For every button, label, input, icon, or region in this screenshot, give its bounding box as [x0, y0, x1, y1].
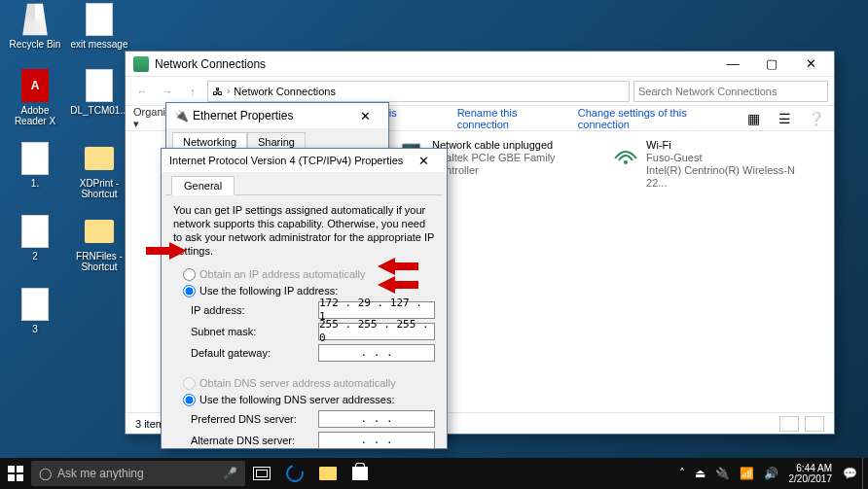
network-connections-icon — [133, 56, 149, 72]
chevron-right-icon: › — [227, 86, 230, 96]
svg-rect-6 — [8, 474, 15, 481]
start-button[interactable] — [0, 458, 31, 489]
title-bar[interactable]: 🔌 Ethernet Properties ✕ — [166, 103, 388, 128]
connection-wifi[interactable]: Wi-Fi Fuso-Guest Intel(R) Centrino(R) Wi… — [610, 139, 795, 190]
taskbar-clock[interactable]: 6:44 AM 2/20/2017 — [783, 463, 839, 484]
desktop-icon-xdprint-shortcut[interactable]: XDPrint - Shortcut — [70, 141, 128, 199]
radio-auto-dns[interactable]: Obtain DNS server address automatically — [183, 376, 435, 390]
subnet-mask-label: Subnet mask: — [191, 325, 318, 338]
desktop-icon-frnfiles-shortcut[interactable]: FRNFiles - Shortcut — [70, 214, 128, 272]
wifi-icon — [610, 139, 640, 168]
desktop-icon-label: 3 — [32, 324, 38, 334]
desktop-icon-label: exit message — [71, 39, 128, 50]
folder-icon — [319, 467, 337, 480]
close-button[interactable]: ✕ — [404, 149, 443, 172]
store-icon — [352, 467, 368, 480]
breadcrumb-item[interactable]: Network Connections — [234, 86, 336, 97]
view-list-icon[interactable]: ☰ — [774, 108, 795, 129]
desktop-icon-adobe-reader[interactable]: AAdobe Reader X — [6, 68, 64, 126]
svg-rect-7 — [17, 474, 23, 481]
minimize-button[interactable]: — — [713, 52, 752, 76]
title-bar[interactable]: Internet Protocol Version 4 (TCP/IPv4) P… — [162, 149, 447, 172]
show-desktop-button[interactable] — [862, 458, 868, 489]
cortana-search[interactable]: ◯Ask me anything🎤 — [31, 461, 245, 486]
subnet-mask-input[interactable]: 255 . 255 . 255 . 0 — [318, 323, 435, 340]
clock-time: 6:44 AM — [789, 463, 833, 473]
tray-safely-remove-icon[interactable]: ⏏ — [690, 458, 710, 489]
clock-date: 2/20/2017 — [789, 473, 833, 484]
tab-general[interactable]: General — [171, 176, 235, 195]
desktop-icon-label: FRNFiles - Shortcut — [70, 251, 128, 272]
desktop-icon-label: Recycle Bin — [10, 39, 61, 50]
rename-link[interactable]: Rename this connection — [457, 107, 561, 130]
tray-volume-icon[interactable]: 🔊 — [759, 458, 783, 489]
radio-use-ip[interactable]: Use the following IP address: — [183, 284, 435, 297]
desktop-icon-label: XDPrint - Shortcut — [70, 178, 128, 199]
task-view-icon — [253, 467, 271, 480]
window-title: Ethernet Properties — [193, 109, 345, 122]
taskbar-app-explorer[interactable] — [311, 458, 344, 489]
back-button[interactable]: ← — [131, 81, 153, 102]
alternate-dns-label: Alternate DNS server: — [191, 434, 318, 447]
desktop-icon-label: 2 — [32, 251, 38, 262]
search-input[interactable] — [633, 81, 828, 102]
help-icon[interactable]: ❔ — [805, 108, 826, 129]
forward-button[interactable]: → — [157, 81, 178, 102]
up-button[interactable]: ↑ — [182, 81, 203, 102]
microphone-icon[interactable]: 🎤 — [223, 467, 237, 480]
desktop-icon-exit-message[interactable]: exit message — [70, 2, 128, 50]
ip-address-label: IP address: — [191, 303, 318, 317]
edge-icon — [283, 462, 307, 486]
radio-auto-ip[interactable]: Obtain an IP address automatically — [183, 267, 435, 281]
svg-rect-4 — [8, 466, 15, 472]
preferred-dns-label: Preferred DNS server: — [191, 412, 318, 426]
hint-text: You can get IP settings assigned automat… — [173, 203, 435, 258]
tray-overflow-icon[interactable]: ˄ — [674, 458, 690, 489]
title-bar[interactable]: Network Connections — ▢ ✕ — [126, 52, 834, 77]
tray-power-icon[interactable]: 🔌 — [710, 458, 735, 489]
action-center-icon[interactable]: 💬 — [838, 458, 862, 489]
desktop-icon-3[interactable]: 3 — [6, 287, 64, 334]
network-icon: 🖧 — [212, 86, 223, 97]
connection-name: Wi-Fi — [646, 139, 795, 152]
default-gateway-input[interactable]: . . . — [318, 344, 435, 362]
taskbar: ◯Ask me anything🎤 ˄ ⏏ 🔌 📶 🔊 6:44 AM 2/20… — [0, 458, 868, 489]
ethernet-icon: 🔌 — [174, 109, 189, 122]
desktop-icon-2[interactable]: 2 — [6, 214, 64, 262]
close-button[interactable]: ✕ — [791, 52, 830, 76]
svg-point-0 — [624, 160, 628, 164]
alternate-dns-input[interactable]: . . . — [318, 432, 435, 449]
window-title: Internet Protocol Version 4 (TCP/IPv4) P… — [169, 155, 404, 166]
radio-use-dns[interactable]: Use the following DNS server addresses: — [183, 393, 435, 406]
view-mode-1-icon[interactable] — [779, 416, 799, 432]
ip-address-input[interactable]: 172 . 29 . 127 . 1 — [318, 301, 435, 319]
connection-device: Intel(R) Centrino(R) Wireless-N 22... — [646, 164, 795, 190]
change-settings-link[interactable]: Change settings of this connection — [578, 107, 725, 130]
window-title: Network Connections — [155, 57, 713, 71]
svg-rect-5 — [17, 466, 23, 472]
taskbar-app-edge[interactable] — [278, 458, 311, 489]
preferred-dns-input[interactable]: . . . — [318, 410, 435, 428]
desktop-icon-dl-tcm01[interactable]: DL_TCM01... — [70, 68, 128, 116]
desktop-icon-label: 1. — [31, 178, 39, 189]
tray-network-icon[interactable]: 📶 — [735, 458, 759, 489]
cortana-icon: ◯ — [39, 467, 52, 480]
view-mode-2-icon[interactable] — [805, 416, 824, 432]
default-gateway-label: Default gateway: — [191, 346, 318, 360]
desktop-icon-label: Adobe Reader X — [6, 105, 64, 126]
view-grid-icon[interactable]: ▦ — [742, 108, 764, 129]
close-button[interactable]: ✕ — [345, 104, 384, 127]
desktop-icon-label: DL_TCM01... — [70, 105, 127, 116]
desktop-icon-1[interactable]: 1. — [6, 141, 64, 189]
desktop-icon-recycle-bin[interactable]: Recycle Bin — [6, 2, 64, 50]
connection-status: Fuso-Guest — [646, 152, 795, 164]
search-placeholder: Ask me anything — [57, 467, 144, 480]
tcpip-properties-window: Internet Protocol Version 4 (TCP/IPv4) P… — [161, 148, 448, 449]
address-bar[interactable]: 🖧 › Network Connections — [207, 81, 630, 102]
maximize-button[interactable]: ▢ — [752, 52, 791, 76]
taskbar-app-store[interactable] — [344, 458, 376, 489]
connection-device: Realtek PCIe GBE Family Controller — [432, 152, 581, 177]
task-view-button[interactable] — [245, 458, 278, 489]
connection-name: Network cable unplugged — [432, 139, 581, 152]
